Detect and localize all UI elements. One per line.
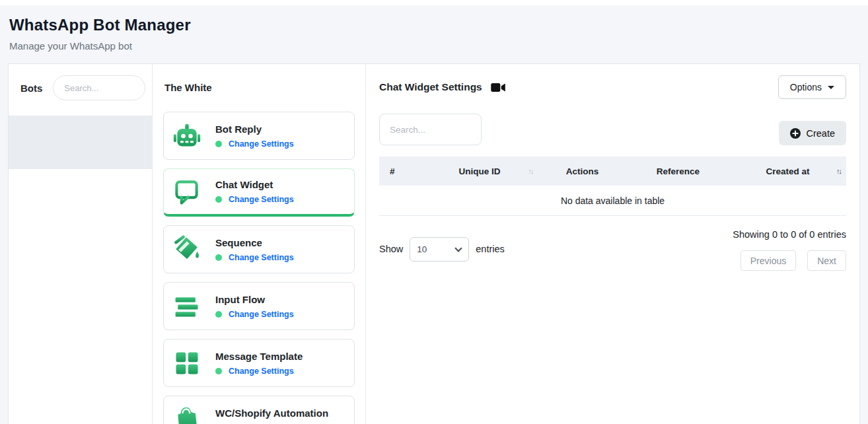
feature-card-input-flow[interactable]: Input Flow Change Settings: [163, 282, 355, 330]
feature-card-wc-shopify-automation[interactable]: WC/Shopify Automation Change Settings: [163, 396, 355, 424]
status-dot-icon: [215, 196, 222, 203]
change-settings-link[interactable]: Change Settings: [229, 367, 294, 376]
page-size-select[interactable]: 10: [410, 237, 469, 262]
feature-card-bot-reply[interactable]: Bot Reply Change Settings: [163, 112, 355, 160]
feature-card-list: Bot Reply Change Settings: [163, 112, 355, 424]
grid-icon: [172, 349, 201, 378]
settings-panel: Chat Widget Settings Options: [366, 64, 859, 424]
paint-bucket-icon: [172, 235, 201, 264]
entries-label: entries: [476, 244, 505, 254]
feature-card-chat-widget[interactable]: Chat Widget Change Settings: [163, 168, 355, 217]
status-dot-icon: [215, 311, 222, 318]
page-header: WhatsApp Bot Manager Manage your WhatsAp…: [0, 5, 868, 63]
feature-title: WC/Shopify Automation: [215, 407, 328, 419]
feature-card-message-template[interactable]: Message Template Change Settings: [163, 339, 355, 387]
feature-title: Bot Reply: [215, 124, 294, 135]
bots-search-input[interactable]: [53, 75, 145, 100]
options-button[interactable]: Options: [778, 75, 846, 99]
bot-name: The White: [163, 75, 355, 93]
next-page-button[interactable]: Next: [807, 250, 846, 271]
main-panel: Bots The White: [8, 63, 860, 424]
video-camera-icon: [491, 83, 506, 92]
feature-title: Input Flow: [215, 294, 294, 305]
column-header-label: Created at: [766, 166, 810, 176]
page-subtitle: Manage your WhatsApp bot: [9, 40, 859, 52]
table-header-row: # Unique ID ↑↓ Actions Reference Created…: [379, 157, 846, 186]
caret-down-icon: [828, 86, 834, 89]
feature-card-sequence[interactable]: Sequence Change Settings: [163, 225, 355, 273]
column-header-created-at[interactable]: Created at ↑↓: [729, 166, 846, 176]
status-dot-icon: [215, 254, 222, 261]
plus-circle-icon: [790, 128, 801, 139]
list-bars-icon: [172, 292, 201, 321]
robot-icon: [172, 122, 201, 151]
sort-icon[interactable]: ↑↓: [528, 167, 532, 175]
feature-title: Chat Widget: [215, 179, 294, 190]
page-title: WhatsApp Bot Manager: [9, 16, 859, 34]
column-header-actions: Actions: [538, 166, 626, 176]
bots-label: Bots: [20, 83, 42, 94]
feature-title: Message Template: [215, 351, 303, 362]
widgets-table: # Unique ID ↑↓ Actions Reference Created…: [379, 157, 846, 216]
show-label: Show: [379, 244, 403, 254]
column-header-reference: Reference: [627, 166, 730, 176]
top-strip: [0, 0, 868, 5]
status-dot-icon: [215, 368, 222, 374]
create-button-label: Create: [806, 128, 835, 139]
options-button-label: Options: [790, 82, 822, 92]
table-empty-message: No data available in table: [379, 186, 846, 216]
settings-title: Chat Widget Settings: [379, 81, 482, 93]
column-header-num: #: [379, 166, 421, 176]
change-settings-link[interactable]: Change Settings: [229, 310, 294, 319]
chat-bubble-icon: [172, 177, 201, 206]
create-button[interactable]: Create: [779, 121, 846, 145]
table-search-input[interactable]: [379, 114, 482, 145]
status-dot-icon: [215, 141, 222, 147]
feature-title: Sequence: [215, 237, 294, 248]
previous-page-button[interactable]: Previous: [741, 250, 796, 271]
sort-icon[interactable]: ↑↓: [836, 167, 841, 175]
showing-entries-text: Showing 0 to 0 of 0 entries: [733, 227, 846, 240]
change-settings-link[interactable]: Change Settings: [229, 139, 294, 149]
column-header-unique-id[interactable]: Unique ID ↑↓: [421, 166, 538, 176]
bot-list-item-selected[interactable]: [9, 116, 152, 169]
change-settings-link[interactable]: Change Settings: [229, 253, 294, 262]
bots-sidebar: Bots: [9, 64, 153, 424]
shopify-bag-icon: [172, 406, 201, 424]
features-column: The White: [153, 64, 366, 424]
column-header-label: Unique ID: [459, 166, 501, 176]
change-settings-link[interactable]: Change Settings: [229, 195, 294, 204]
